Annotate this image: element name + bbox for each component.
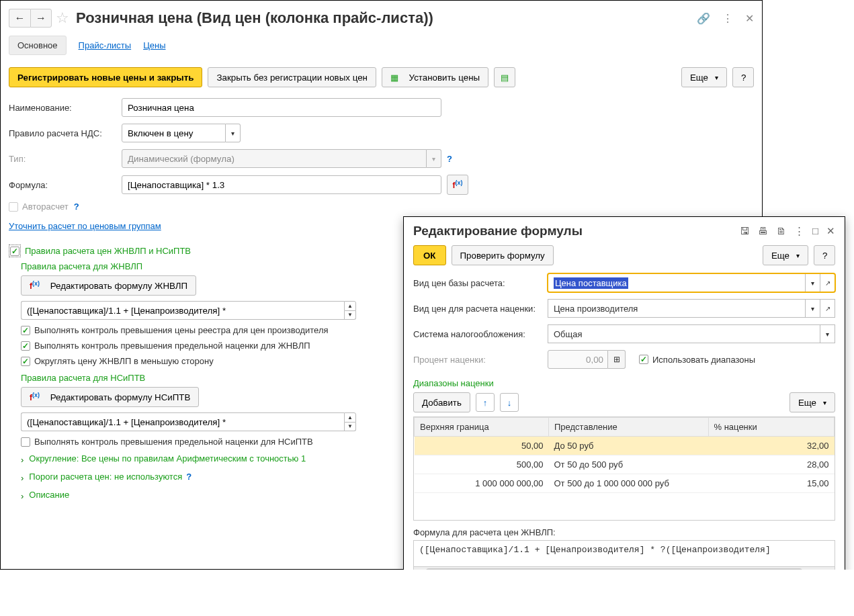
edit-zhnvlp-formula-button[interactable]: Редактировать формулу ЖНВЛП <box>21 275 196 296</box>
more-button[interactable]: Еще▾ <box>681 67 727 87</box>
zhnvlp-formula-result-label: Формула для расчета цен ЖНВЛП: <box>413 527 835 537</box>
chk-markup-control-zhnvlp[interactable] <box>21 341 30 351</box>
link-icon[interactable]: 🔗 <box>697 12 710 25</box>
markup-percent-input <box>548 350 608 369</box>
cell-pct: 28,00 <box>708 455 835 474</box>
formula-input[interactable] <box>122 175 441 194</box>
nav-forward-button[interactable]: → <box>30 9 52 28</box>
dialog-help-button[interactable]: ? <box>814 245 835 265</box>
kebab-menu-icon[interactable]: ⋮ <box>722 12 733 25</box>
zhnvlp-spinner-down[interactable]: ▼ <box>344 311 356 320</box>
edit-nsiptv-label: Редактировать формулу НСиПТВ <box>50 392 191 402</box>
chk-markup-zhnvlp-label: Выполнять контроль превышения предельной… <box>34 341 310 351</box>
maximize-icon[interactable]: □ <box>812 225 818 237</box>
cell-upper: 1 000 000 000,00 <box>415 474 549 493</box>
ok-button[interactable]: ОК <box>413 245 446 265</box>
zhnvlp-formula-input[interactable] <box>21 301 344 320</box>
use-ranges-label: Использовать диапазоны <box>652 355 755 365</box>
nsiptv-spinner-down[interactable]: ▼ <box>344 423 356 432</box>
chk-registry-control[interactable] <box>21 326 30 335</box>
chk-round-down[interactable] <box>21 357 30 366</box>
favorite-star-icon[interactable]: ☆ <box>56 9 69 27</box>
calc-button: ⊞ <box>608 350 626 369</box>
base-price-label: Вид цен базы расчета: <box>413 278 548 288</box>
check-formula-button[interactable]: Проверить формулу <box>452 245 554 265</box>
type-label: Тип: <box>9 154 122 164</box>
tab-main[interactable]: Основное <box>9 36 67 55</box>
cell-pct: 32,00 <box>708 437 835 455</box>
markup-type-label: Вид цен для расчета наценки: <box>413 304 548 314</box>
ranges-table[interactable]: Верхняя граница Представление % наценки … <box>413 416 835 521</box>
vital-section-label: Правила расчета цен ЖНВЛП и НСиПТВ <box>25 246 191 256</box>
edit-nsiptv-formula-button[interactable]: Редактировать формулу НСиПТВ <box>21 387 199 407</box>
table-more-button[interactable]: Еще▾ <box>789 392 835 412</box>
horizontal-scrollbar[interactable] <box>413 567 835 570</box>
dialog-close-icon[interactable]: ✕ <box>826 225 835 237</box>
base-price-select[interactable]: Цена поставщика <box>548 273 806 292</box>
base-price-dropdown[interactable]: ▾ <box>806 273 820 292</box>
fx-icon <box>30 280 40 291</box>
col-pct: % наценки <box>708 418 835 437</box>
table-row[interactable]: 500,00 От 50 до 500 руб 28,00 <box>415 455 835 474</box>
grid-icon-button[interactable]: ▤ <box>494 67 515 87</box>
zhnvlp-heading: Правила расчета для ЖНВЛП <box>21 261 142 271</box>
markup-type-select[interactable]: Цена производителя <box>548 299 806 318</box>
close-noreg-button[interactable]: Закрыть без регистрации новых цен <box>208 67 376 87</box>
tab-prices[interactable]: Цены <box>143 36 165 54</box>
dialog-title: Редактирование формулы <box>413 224 583 238</box>
markup-type-open[interactable]: ↗ <box>820 299 835 318</box>
more-label: Еще <box>690 73 708 83</box>
name-label: Наименование: <box>9 103 122 113</box>
formula-label: Формула: <box>9 180 122 190</box>
vat-dropdown[interactable]: ▾ <box>226 124 241 142</box>
nsiptv-spinner-up[interactable]: ▲ <box>344 412 356 423</box>
table-row[interactable]: 1 000 000 000,00 От 500 до 1 000 000 000… <box>415 474 835 493</box>
refine-groups-link[interactable]: Уточнить расчет по ценовым группам <box>9 221 161 231</box>
tab-pricelists[interactable]: Прайс-листы <box>79 36 132 54</box>
base-price-open[interactable]: ↗ <box>820 273 835 292</box>
chk-registry-label: Выполнять контроль превышения цены реест… <box>34 325 329 335</box>
formula-fx-button[interactable] <box>447 175 468 195</box>
move-down-button[interactable]: ↓ <box>500 393 519 412</box>
vat-input[interactable] <box>122 124 226 142</box>
name-input[interactable] <box>122 98 441 117</box>
cell-pct: 15,00 <box>708 474 835 493</box>
help-button[interactable]: ? <box>732 67 754 87</box>
markup-percent-label: Процент наценки: <box>413 355 548 365</box>
table-row[interactable]: 50,00 До 50 руб 32,00 <box>415 437 835 455</box>
thresholds-hint-icon[interactable]: ? <box>186 472 191 482</box>
autocalc-hint-icon[interactable]: ? <box>74 202 79 212</box>
use-ranges-checkbox[interactable] <box>639 355 648 364</box>
type-dropdown: ▾ <box>427 149 441 168</box>
dialog-more-button[interactable]: Еще▾ <box>763 245 808 265</box>
zhnvlp-spinner-up[interactable]: ▲ <box>344 301 356 311</box>
print-icon[interactable]: 🖶 <box>758 225 768 237</box>
nav-back-button[interactable]: ← <box>9 9 30 28</box>
type-hint-icon[interactable]: ? <box>447 154 452 164</box>
move-up-button[interactable]: ↑ <box>476 393 495 412</box>
autocalc-checkbox <box>9 202 18 212</box>
chk-markup-nsiptv-label: Выполнять контроль превышения предельной… <box>34 437 313 447</box>
chk-markup-control-nsiptv[interactable] <box>21 437 30 447</box>
nsiptv-formula-input[interactable] <box>21 412 344 431</box>
cell-repr: От 50 до 500 руб <box>549 455 709 474</box>
preview-icon[interactable]: 🗎 <box>776 225 786 237</box>
base-price-value: Цена поставщика <box>554 277 628 289</box>
markup-type-dropdown[interactable]: ▾ <box>806 299 820 318</box>
fx-icon <box>453 179 463 190</box>
save-icon[interactable]: 🖫 <box>740 225 750 237</box>
edit-zhnvlp-label: Редактировать формулу ЖНВЛП <box>50 281 187 291</box>
register-button[interactable]: Регистрировать новые цены и закрыть <box>9 67 202 87</box>
markup-type-value: Цена производителя <box>554 304 638 314</box>
dialog-kebab-icon[interactable]: ⋮ <box>794 225 804 237</box>
tax-system-select[interactable]: Общая <box>548 324 820 343</box>
tax-system-dropdown[interactable]: ▾ <box>820 324 835 343</box>
thresholds-label: Пороги расчета цен: не используются <box>29 472 182 482</box>
tax-system-label: Система налогообложения: <box>413 329 548 339</box>
set-prices-button[interactable]: ▦ Установить цены <box>382 67 488 87</box>
vital-section-checkbox[interactable] <box>9 245 21 257</box>
close-window-icon[interactable]: ✕ <box>745 12 754 25</box>
col-repr: Представление <box>549 418 709 437</box>
col-upper: Верхняя граница <box>415 418 549 437</box>
add-row-button[interactable]: Добавить <box>413 392 470 412</box>
